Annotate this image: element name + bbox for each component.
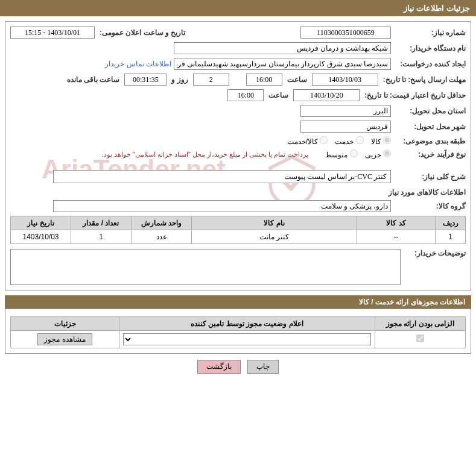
cell-details: مشاهده مجوز xyxy=(11,331,119,348)
requester-label: ایجاد کننده درخواست: xyxy=(393,60,466,68)
province-field xyxy=(300,105,391,117)
th-name: نام کالا xyxy=(192,216,357,230)
radio-goods-label: کالا xyxy=(371,137,381,146)
cell-status xyxy=(119,331,375,348)
row-category: طبقه بندی موضوعی: کالا خدمت کالا/خدمت xyxy=(10,136,466,146)
main-details-panel: AriaTender.net شماره نیاز: تاریخ و ساعت … xyxy=(5,21,471,290)
th-row: ردیف xyxy=(436,216,466,230)
validity-date-field xyxy=(293,89,360,101)
permits-table: الزامی بودن ارائه مجوز اعلام وضعیت مجوز … xyxy=(10,316,466,348)
permits-row: مشاهده مجوز xyxy=(11,331,466,348)
buyer-org-label: نام دستگاه خریدار: xyxy=(393,44,466,52)
buyer-notes-box xyxy=(10,249,401,285)
cell-code: -- xyxy=(357,230,436,244)
goods-table-header-row: ردیف کد کالا نام کالا واحد شمارش تعداد /… xyxy=(11,216,466,230)
buyer-org-field xyxy=(174,42,391,54)
row-validity: حداقل تاریخ اعتبار قیمت: تا تاریخ: ساعت xyxy=(10,89,466,101)
announce-label: تاریخ و ساعت اعلان عمومی: xyxy=(97,28,188,37)
deadline-time-label: ساعت xyxy=(285,75,309,84)
city-label: شهر محل تحویل: xyxy=(393,122,466,131)
validity-time-label: ساعت xyxy=(266,91,291,99)
row-goods-group: گروه کالا: xyxy=(10,200,466,212)
th-date: تاریخ نیاز xyxy=(11,216,71,230)
buyer-notes-label: توضیحات خریدار: xyxy=(405,249,466,257)
radio-both-label: کالا/خدمت xyxy=(287,137,318,146)
row-province: استان محل تحویل: xyxy=(10,105,466,117)
radio-service-label: خدمت xyxy=(335,137,354,146)
radio-both[interactable]: کالا/خدمت xyxy=(287,136,328,146)
back-button[interactable]: بازگشت xyxy=(197,360,241,374)
row-city: شهر محل تحویل: xyxy=(10,121,466,133)
category-radio-group: کالا خدمت کالا/خدمت xyxy=(287,136,391,146)
row-buyer-org: نام دستگاه خریدار: xyxy=(10,42,466,54)
mandatory-checkbox xyxy=(416,334,424,342)
category-label: طبقه بندی موضوعی: xyxy=(393,137,466,145)
cell-date: 1403/10/03 xyxy=(11,230,71,244)
radio-service[interactable]: خدمت xyxy=(335,136,363,146)
row-description: شرح کلی نیاز: xyxy=(10,170,466,183)
need-no-label: شماره نیاز: xyxy=(393,28,466,37)
radio-medium-label: متوسط xyxy=(325,151,347,159)
time-remaining-field xyxy=(124,74,167,86)
page-title-bar: جزئیات اطلاعات نیاز xyxy=(0,0,476,16)
permits-panel: الزامی بودن ارائه مجوز اعلام وضعیت مجوز … xyxy=(5,309,471,354)
buyer-contact-link[interactable]: اطلاعات تماس خریدار xyxy=(105,60,171,68)
radio-goods[interactable]: کالا xyxy=(371,136,391,146)
th-qty: تعداد / مقدار xyxy=(71,216,132,230)
announce-field xyxy=(10,27,95,39)
deadline-label: مهلت ارسال پاسخ: تا تاریخ: xyxy=(381,75,466,84)
th-code: کد کالا xyxy=(357,216,436,230)
province-label: استان محل تحویل: xyxy=(393,107,466,115)
purchase-type-radio-group: جزیی متوسط xyxy=(325,149,391,159)
goods-group-field xyxy=(53,200,391,212)
cell-mandatory xyxy=(375,331,466,348)
purchase-note: پرداخت تمام یا بخشی از مبلغ خرید،از محل … xyxy=(102,151,309,159)
desc-field xyxy=(53,170,391,183)
table-row: 1 -- کتتر مانت عدد 1 1403/10/03 xyxy=(11,230,466,244)
radio-medium[interactable]: متوسط xyxy=(325,149,357,159)
cell-qty: 1 xyxy=(71,230,132,244)
action-buttons-row: چاپ بازگشت xyxy=(0,360,476,374)
goods-group-label: گروه کالا: xyxy=(393,202,466,210)
th-mandatory: الزامی بودن ارائه مجوز xyxy=(375,317,466,331)
row-requester: ایجاد کننده درخواست: اطلاعات تماس خریدار xyxy=(10,58,466,70)
radio-partial[interactable]: جزیی xyxy=(365,149,391,159)
remaining-label: ساعت باقی مانده xyxy=(65,75,122,84)
deadline-time-field xyxy=(246,74,282,86)
th-details: جزئیات xyxy=(11,317,119,331)
goods-section-title: اطلاعات کالاهای مورد نیاز xyxy=(10,188,466,196)
row-buyer-notes: توضیحات خریدار: xyxy=(10,249,466,285)
deadline-date-field xyxy=(312,74,378,86)
days-and-label: روز و xyxy=(169,75,190,84)
cell-name: کتتر مانت xyxy=(192,230,357,244)
validity-label: حداقل تاریخ اعتبار قیمت: تا تاریخ: xyxy=(362,91,466,99)
permits-header: اطلاعات مجوزهای ارائه خدمت / کالا xyxy=(5,295,471,309)
cell-row: 1 xyxy=(436,230,466,244)
desc-label: شرح کلی نیاز: xyxy=(393,172,466,181)
row-deadline: مهلت ارسال پاسخ: تا تاریخ: ساعت روز و سا… xyxy=(10,74,466,86)
validity-time-field xyxy=(227,89,264,101)
permits-header-text: اطلاعات مجوزهای ارائه خدمت / کالا xyxy=(359,298,465,306)
th-status: اعلام وضعیت مجوز توسط تامین کننده xyxy=(119,317,375,331)
need-no-field xyxy=(300,27,391,39)
city-field xyxy=(300,121,391,133)
permit-status-select[interactable] xyxy=(123,333,371,345)
purchase-type-label: نوع فرآیند خرید: xyxy=(393,150,466,159)
permits-header-row: الزامی بودن ارائه مجوز اعلام وضعیت مجوز … xyxy=(11,317,466,331)
requester-field xyxy=(174,58,391,70)
th-unit: واحد شمارش xyxy=(132,216,192,230)
view-permit-button[interactable]: مشاهده مجوز xyxy=(37,333,92,345)
row-purchase-type: نوع فرآیند خرید: جزیی متوسط پرداخت تمام … xyxy=(10,149,466,159)
days-remaining-field xyxy=(193,74,229,86)
print-button[interactable]: چاپ xyxy=(247,360,279,374)
goods-table: ردیف کد کالا نام کالا واحد شمارش تعداد /… xyxy=(10,216,466,244)
radio-partial-label: جزیی xyxy=(365,151,381,159)
cell-unit: عدد xyxy=(132,230,192,244)
page-title: جزئیات اطلاعات نیاز xyxy=(404,4,470,13)
row-need-no: شماره نیاز: تاریخ و ساعت اعلان عمومی: xyxy=(10,27,466,39)
